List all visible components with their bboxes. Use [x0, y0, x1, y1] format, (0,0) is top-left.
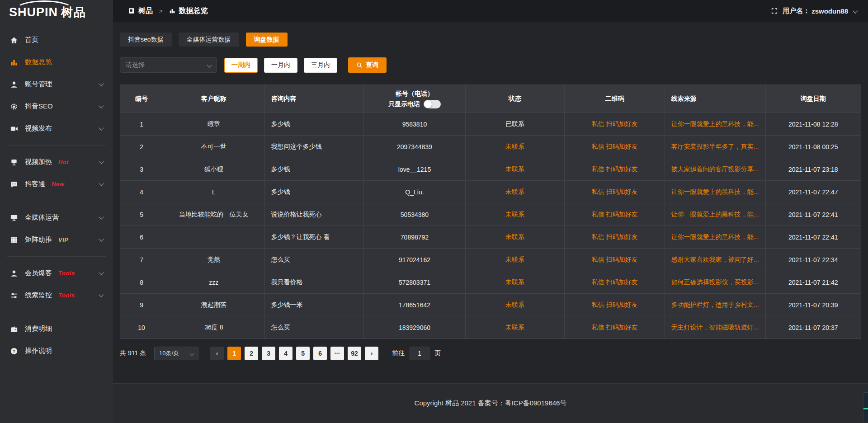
- range-button-三月内[interactable]: 三月内: [304, 58, 337, 73]
- cell-account: 183929060: [364, 316, 466, 339]
- sidebar-item-label: 操作说明: [25, 347, 52, 355]
- cell-qr[interactable]: 私信 扫码加好友: [565, 294, 665, 316]
- page-footer: Copyright 树品 2021 备案号：粤ICP备09019646号: [113, 383, 868, 423]
- cell-qr[interactable]: 私信 扫码加好友: [565, 136, 665, 158]
- table-body: 1暇章多少钱9583810已联系私信 扫码加好友让你一眼就爱上的黑科技，能...…: [120, 113, 861, 339]
- cell-qr[interactable]: 私信 扫码加好友: [565, 203, 665, 226]
- cell-source[interactable]: 让你一眼就爱上的黑科技，能...: [665, 181, 765, 203]
- select-placeholder: 请选择: [126, 61, 145, 69]
- cell-nickname: zzz: [163, 271, 265, 294]
- cell-source[interactable]: 无主灯设计，智能磁吸轨道灯...: [665, 316, 765, 339]
- cell-qr[interactable]: 私信 扫码加好友: [565, 271, 665, 294]
- page-button-6[interactable]: 6: [313, 347, 327, 360]
- sidebar-item-会员爆客[interactable]: 会员爆客Tools: [0, 262, 113, 284]
- page-button-3[interactable]: 3: [262, 347, 275, 360]
- phone-only-toggle[interactable]: [424, 100, 441, 108]
- sidebar-divider: [7, 145, 106, 146]
- sidebar-badge-hot: Hot: [58, 159, 69, 165]
- prev-page-button[interactable]: ‹: [210, 347, 224, 360]
- cell-no: 1: [120, 113, 163, 136]
- page-button-2[interactable]: 2: [245, 347, 258, 360]
- cell-source[interactable]: 让你一眼就爱上的黑科技，能...: [665, 203, 765, 226]
- pagination: 共 911 条 10条/页 ‹123456•••92› 前往 页: [120, 347, 861, 360]
- user-menu-chevron-icon[interactable]: [853, 8, 858, 13]
- sidebar-item-操作说明[interactable]: ?操作说明: [0, 340, 113, 362]
- cell-source[interactable]: 让你一眼就爱上的黑科技，能...: [665, 226, 765, 249]
- table-row: 7觉然怎么买917024162未联系私信 扫码加好友感谢大家喜欢我家，被问了好.…: [120, 249, 861, 271]
- sidebar-divider: [7, 312, 106, 312]
- table-row: 6多少钱？让我死心 看70898792未联系私信 扫码加好友让你一眼就爱上的黑科…: [120, 226, 861, 249]
- cell-qr[interactable]: 私信 扫码加好友: [565, 113, 665, 136]
- svg-text:?: ?: [13, 349, 15, 353]
- sidebar-item-账号管理[interactable]: 账号管理: [0, 73, 113, 95]
- cell-no: 10: [120, 316, 163, 339]
- cell-source[interactable]: 多功能护栏灯，适用于乡村文...: [665, 294, 765, 316]
- main-column: 树品 > 数据总览 用户名： zswodun88 抖音seo数据全媒体运营数据: [113, 0, 868, 423]
- sidebar-item-首页[interactable]: 首页: [0, 29, 113, 51]
- column-header-询盘日期: 询盘日期: [765, 85, 861, 113]
- breadcrumb-root[interactable]: 树品: [138, 6, 153, 16]
- logo-arc-decoration: [15, 0, 73, 19]
- goto-page-input[interactable]: [410, 347, 429, 360]
- sidebar-item-视频加热[interactable]: 视频加热Hot: [0, 151, 113, 173]
- range-button-一周内[interactable]: 一周内: [224, 58, 258, 73]
- content-area: 抖音seo数据全媒体运营数据询盘数据 请选择 一周内一月内三月内 查询: [113, 22, 868, 383]
- sidebar-item-矩阵助推[interactable]: 矩阵助推VIP: [0, 229, 113, 251]
- tab-询盘数据[interactable]: 询盘数据: [246, 33, 288, 47]
- cell-qr[interactable]: 私信 扫码加好友: [565, 249, 665, 271]
- cell-status: 未联系: [465, 271, 565, 294]
- sidebar-item-视频发布[interactable]: 视频发布: [0, 118, 113, 140]
- cell-source[interactable]: 如何正确选择投影仪，买投影...: [665, 271, 765, 294]
- page-button-1[interactable]: 1: [227, 347, 241, 360]
- chevron-down-icon: [99, 214, 104, 219]
- sidebar-item-数据总览[interactable]: 数据总览: [0, 51, 113, 73]
- cell-no: 6: [120, 226, 163, 249]
- tab-抖音seo数据[interactable]: 抖音seo数据: [120, 33, 172, 47]
- breadcrumb-current: 数据总览: [179, 6, 208, 16]
- help-icon: ?: [10, 347, 18, 355]
- app-square-icon: [128, 8, 135, 14]
- username-value[interactable]: zswodun88: [811, 7, 848, 15]
- cell-qr[interactable]: 私信 扫码加好友: [565, 181, 665, 203]
- sidebar-item-消费明细[interactable]: 消费明细: [0, 318, 113, 340]
- sidebar-item-抖客通[interactable]: 抖客通New: [0, 173, 113, 195]
- page-button-4[interactable]: 4: [279, 347, 292, 360]
- search-button[interactable]: 查询: [348, 57, 387, 73]
- fullscreen-icon[interactable]: [771, 7, 778, 14]
- cell-status: 未联系: [465, 316, 565, 339]
- account-select[interactable]: 请选择: [120, 57, 217, 73]
- page-button-92[interactable]: 92: [348, 347, 361, 360]
- more-pages-button[interactable]: •••: [330, 347, 344, 360]
- tab-全媒体运营数据[interactable]: 全媒体运营数据: [179, 33, 239, 47]
- cell-date: 2021-11-07 22:41: [765, 226, 861, 249]
- cell-source[interactable]: 被大家追着问的客厅投影分享...: [665, 158, 765, 181]
- sidebar-item-抖音SEO[interactable]: 抖音SEO: [0, 95, 113, 118]
- cell-no: 8: [120, 271, 163, 294]
- floating-widget[interactable]: [863, 392, 868, 422]
- goto-suffix: 页: [434, 349, 441, 357]
- cell-source[interactable]: 客厅安装投影半年多了，真实...: [665, 136, 765, 158]
- next-page-button[interactable]: ›: [365, 347, 378, 360]
- video-icon: [10, 125, 18, 133]
- cell-qr[interactable]: 私信 扫码加好友: [565, 158, 665, 181]
- cell-qr[interactable]: 私信 扫码加好友: [565, 226, 665, 249]
- monitor-icon: [10, 214, 18, 222]
- sidebar-item-label: 视频发布: [25, 124, 52, 133]
- cell-account: 70898792: [364, 226, 466, 249]
- sidebar-item-线索监控[interactable]: 线索监控Tools: [0, 284, 113, 306]
- sidebar-badge-tools: Tools: [58, 270, 75, 277]
- range-button-一月内[interactable]: 一月内: [264, 58, 297, 73]
- cell-no: 5: [120, 203, 163, 226]
- sidebar-item-全媒体运营[interactable]: 全媒体运营: [0, 207, 113, 229]
- brand-logo[interactable]: SHUPIN 树品: [0, 0, 113, 24]
- cell-source[interactable]: 感谢大家喜欢我家，被问了好...: [665, 249, 765, 271]
- cell-qr[interactable]: 私信 扫码加好友: [565, 316, 665, 339]
- cell-account: 572803371: [364, 271, 466, 294]
- cell-source[interactable]: 让你一眼就爱上的黑科技，能...: [665, 113, 765, 136]
- column-header-二维码: 二维码: [565, 85, 665, 113]
- per-page-select[interactable]: 10条/页: [154, 347, 198, 360]
- cell-content: 我想问这个多少钱: [264, 136, 364, 158]
- page-button-5[interactable]: 5: [296, 347, 310, 360]
- cell-nickname: 觉然: [163, 249, 265, 271]
- data-tabs: 抖音seo数据全媒体运营数据询盘数据: [120, 33, 861, 47]
